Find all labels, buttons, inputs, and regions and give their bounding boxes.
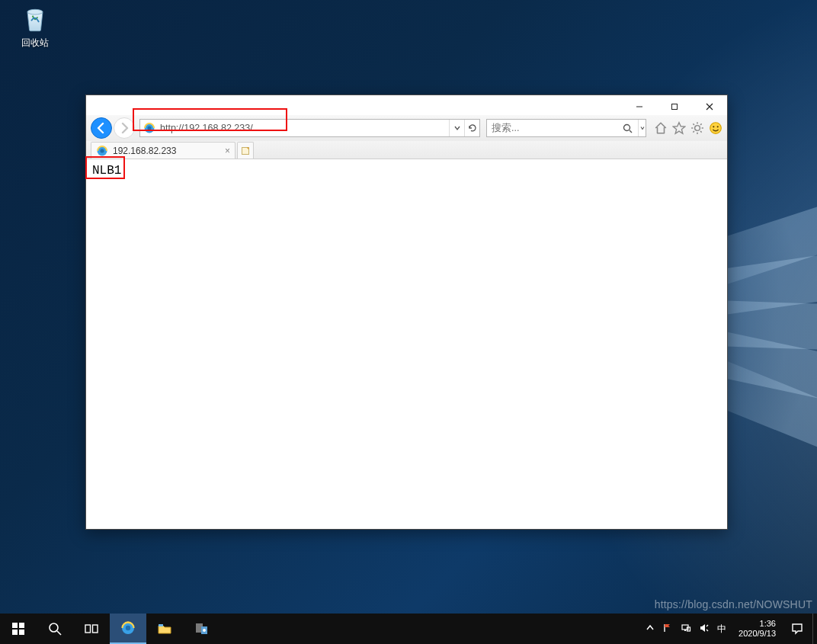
speaker-icon [699, 623, 710, 633]
folder-icon [157, 621, 172, 636]
home-button[interactable] [654, 121, 668, 135]
svg-rect-1 [672, 104, 678, 110]
toolbar-icons [654, 121, 722, 135]
page-body-text: NLB1 [92, 164, 121, 178]
svg-rect-14 [12, 630, 18, 635]
ie-favicon-icon [143, 122, 155, 134]
action-center-button[interactable] [782, 614, 812, 644]
chevron-up-icon [646, 623, 655, 633]
svg-point-10 [100, 149, 104, 152]
svg-point-0 [27, 9, 43, 14]
svg-point-6 [710, 123, 722, 134]
refresh-icon [468, 123, 477, 133]
clock-date: 2020/9/13 [739, 629, 776, 639]
flag-icon [662, 623, 673, 633]
svg-point-8 [717, 126, 719, 127]
search-button[interactable] [617, 120, 638, 136]
task-view-button[interactable] [73, 614, 110, 644]
smiley-icon [709, 121, 722, 135]
taskbar-app-server-manager[interactable] [183, 614, 219, 644]
system-tray: 中 1:36 2020/9/13 [639, 614, 817, 644]
taskbar[interactable]: 中 1:36 2020/9/13 [0, 614, 817, 644]
new-tab-button[interactable] [237, 142, 254, 159]
gear-icon [690, 121, 704, 135]
svg-point-20 [126, 626, 130, 630]
svg-rect-13 [19, 623, 24, 628]
forward-button[interactable] [114, 117, 135, 139]
show-desktop-button[interactable] [812, 614, 817, 644]
svg-rect-17 [85, 625, 91, 633]
svg-point-7 [713, 126, 714, 127]
tray-security-icon[interactable] [662, 623, 673, 635]
back-button[interactable] [91, 117, 112, 139]
taskbar-app-ie[interactable] [110, 614, 146, 644]
page-content[interactable]: NLB1 [86, 159, 727, 529]
refresh-button[interactable] [464, 120, 479, 136]
search-dropdown-button[interactable] [638, 120, 646, 136]
address-bar-right [449, 120, 479, 136]
tray-volume-icon[interactable] [699, 623, 710, 635]
smiley-button[interactable] [709, 121, 722, 135]
new-tab-icon [241, 146, 250, 155]
ie-icon [120, 620, 136, 636]
tab-strip: 192.168.82.233 × [86, 141, 727, 159]
svg-rect-21 [159, 624, 163, 626]
svg-rect-18 [93, 625, 98, 633]
search-icon [47, 621, 62, 636]
recycle-bin-label: 回收站 [12, 37, 58, 50]
search-taskbar-button[interactable] [37, 614, 73, 644]
tools-button[interactable] [690, 121, 704, 135]
task-view-icon [84, 621, 99, 636]
arrow-right-icon [118, 122, 130, 134]
svg-point-4 [623, 124, 630, 130]
favorites-button[interactable] [672, 121, 686, 135]
svg-point-3 [147, 126, 151, 130]
svg-rect-11 [242, 147, 249, 154]
taskbar-app-explorer[interactable] [146, 614, 183, 644]
browser-tab[interactable]: 192.168.82.233 × [91, 142, 235, 159]
star-icon [672, 121, 686, 135]
address-input[interactable] [159, 123, 449, 133]
tray-network-icon[interactable] [681, 623, 691, 635]
address-bar[interactable] [139, 119, 480, 137]
chevron-down-icon [640, 126, 645, 130]
svg-rect-12 [12, 623, 18, 628]
svg-rect-26 [684, 630, 686, 631]
recycle-bin-icon [20, 3, 50, 34]
ie-favicon-icon [96, 145, 108, 157]
svg-point-16 [50, 623, 58, 632]
svg-point-5 [695, 126, 700, 131]
svg-rect-15 [19, 630, 24, 635]
navigation-bar [86, 115, 727, 141]
start-button[interactable] [0, 614, 37, 644]
clock-time: 1:36 [739, 619, 776, 629]
ie-window: 192.168.82.233 × NLB1 [85, 95, 728, 530]
search-bar[interactable] [486, 119, 646, 137]
arrow-left-icon [95, 122, 107, 134]
windows-logo-icon [11, 621, 26, 636]
taskbar-clock[interactable]: 1:36 2020/9/13 [732, 619, 782, 638]
search-input[interactable] [487, 123, 617, 133]
svg-point-24 [203, 629, 206, 632]
home-icon [654, 121, 668, 135]
tray-chevron-button[interactable] [646, 623, 655, 634]
recycle-bin-desktop-icon[interactable]: 回收站 [12, 3, 58, 50]
ime-indicator[interactable]: 中 [717, 623, 726, 636]
tab-title: 192.168.82.233 [113, 146, 176, 156]
network-icon [681, 623, 691, 633]
chevron-down-icon [454, 125, 460, 131]
search-icon [623, 123, 633, 133]
notification-icon [791, 623, 803, 635]
server-manager-icon [194, 621, 209, 636]
tab-close-button[interactable]: × [225, 146, 230, 156]
address-dropdown-button[interactable] [449, 120, 464, 136]
